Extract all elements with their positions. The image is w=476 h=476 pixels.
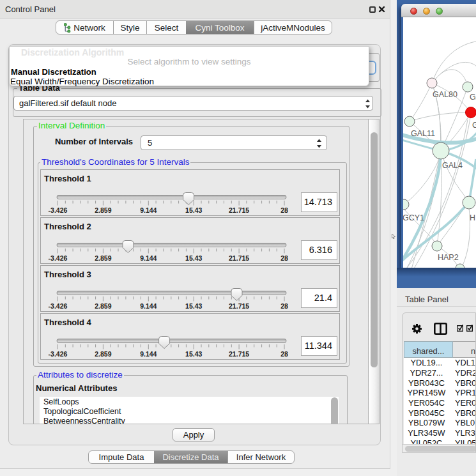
- svg-text:G: G: [472, 121, 476, 130]
- svg-text:21.715: 21.715: [229, 302, 249, 310]
- svg-text:HAP2: HAP2: [438, 253, 459, 262]
- svg-text:15.43: 15.43: [185, 254, 202, 262]
- svg-text:GCY1: GCY1: [403, 213, 424, 222]
- svg-text:9.144: 9.144: [140, 350, 157, 358]
- svg-text:2.859: 2.859: [95, 206, 111, 214]
- svg-text:2.859: 2.859: [95, 254, 111, 262]
- svg-text:-3.426: -3.426: [49, 254, 68, 262]
- svg-text:21.715: 21.715: [229, 254, 249, 262]
- svg-text:21.715: 21.715: [229, 206, 249, 214]
- svg-text:15.43: 15.43: [185, 302, 202, 310]
- svg-text:9.144: 9.144: [140, 254, 157, 262]
- svg-text:2.859: 2.859: [95, 350, 111, 358]
- svg-text:9.144: 9.144: [140, 302, 157, 310]
- svg-text:-3.426: -3.426: [49, 350, 68, 358]
- svg-text:28: 28: [280, 206, 288, 214]
- svg-text:9.144: 9.144: [140, 206, 157, 214]
- svg-text:GAL4: GAL4: [442, 161, 463, 170]
- svg-text:21.715: 21.715: [229, 350, 249, 358]
- svg-text:2.859: 2.859: [95, 302, 111, 310]
- svg-text:GAL11: GAL11: [411, 129, 435, 138]
- svg-text:-3.426: -3.426: [49, 206, 68, 214]
- svg-text:-3.426: -3.426: [49, 302, 68, 310]
- svg-text:15.43: 15.43: [185, 350, 202, 358]
- svg-text:GA: GA: [470, 93, 476, 102]
- svg-text:15.43: 15.43: [185, 206, 202, 214]
- svg-text:28: 28: [280, 350, 288, 358]
- svg-text:H: H: [470, 213, 475, 222]
- svg-text:28: 28: [280, 302, 288, 310]
- svg-text:GAL80: GAL80: [433, 90, 457, 99]
- svg-text:28: 28: [280, 254, 288, 262]
